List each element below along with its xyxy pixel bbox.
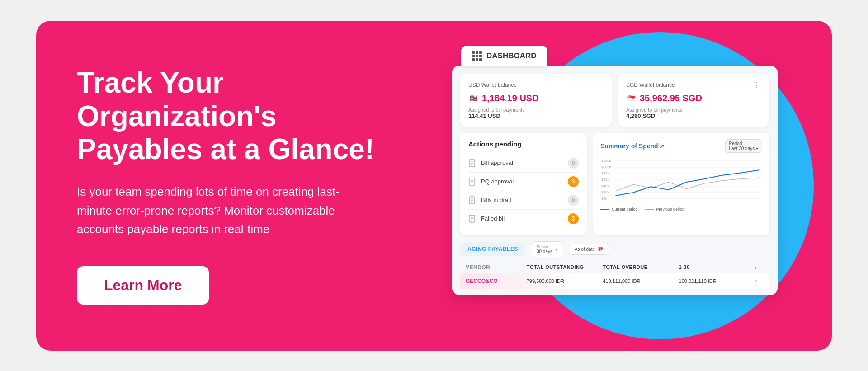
period-filter-label: Period xyxy=(537,244,552,249)
sgd-flag: 🇸🇬 xyxy=(626,93,636,103)
svg-text:$60k: $60k xyxy=(601,178,609,181)
dashboard-container: DASHBOARD USD Wallet balance ⋮ 🇺🇸 1,184 xyxy=(452,46,787,295)
pq-approval-label: PQ approval xyxy=(481,178,563,185)
actions-title: Actions pending xyxy=(468,140,579,148)
main-heading: Track Your Organization's Payables at a … xyxy=(77,66,393,166)
usd-wallet-label: USD Wallet balance xyxy=(468,82,517,88)
period-dropdown-arrow: ▾ xyxy=(555,247,557,252)
legend-current: Current period xyxy=(600,207,638,211)
col-header-arrow: › xyxy=(755,264,764,271)
date-filter[interactable]: As of date 📅 xyxy=(569,244,609,255)
bills-draft-icon xyxy=(468,196,476,204)
bill-approval-icon xyxy=(468,159,476,167)
calendar-icon: 📅 xyxy=(598,247,603,252)
svg-text:$20k: $20k xyxy=(601,190,609,194)
sub-text: Is your team spending lots of time on cr… xyxy=(77,183,357,239)
aging-table-row[interactable]: GECCO&CO 799,500,000 IDR 410,111,000 IDR… xyxy=(460,273,769,289)
dashboard-tab[interactable]: DASHBOARD xyxy=(461,46,547,66)
col-header-outstanding: TOTAL OUTSTANDING xyxy=(527,264,603,271)
row-expand-arrow: › xyxy=(755,278,764,284)
bill-approval-label: Bill approval xyxy=(481,160,563,166)
aging-label: AGING PAYABLES xyxy=(460,242,525,256)
aging-section: AGING PAYABLES Period 30 days ▾ As of da… xyxy=(460,241,769,289)
sgd-wallet-amount: 🇸🇬 35,962.95 SGD xyxy=(626,93,761,103)
left-section: Track Your Organization's Payables at a … xyxy=(77,66,393,305)
usd-wallet-card: USD Wallet balance ⋮ 🇺🇸 1,184.19 USD Ass… xyxy=(460,74,612,127)
sgd-wallet-card: SGD Wallet balance ⋮ 🇸🇬 35,962.95 SGD As… xyxy=(618,74,769,127)
sgd-wallet-menu[interactable]: ⋮ xyxy=(753,81,761,89)
col-1-30-value: 100,021,110 IDR xyxy=(679,278,755,284)
bills-draft-badge: 0 xyxy=(568,195,579,206)
chart-legend: Current period Previous period xyxy=(600,207,762,211)
sgd-assigned-label: Assigned to bill payments xyxy=(626,107,761,113)
total-overdue: 410,111,000 IDR xyxy=(603,278,679,284)
usd-assigned-label: Assigned to bill payments xyxy=(468,107,604,113)
actions-pending-card: Actions pending Bill approval 0 xyxy=(460,133,587,235)
col-header-1-30: 1-30 xyxy=(679,264,755,271)
svg-text:$100k: $100k xyxy=(601,165,611,169)
col-header-overdue: TOTAL OVERDUE xyxy=(603,264,679,271)
svg-text:$0k: $0k xyxy=(601,197,607,200)
failed-bill-badge: 3 xyxy=(568,213,579,224)
action-item-failed-bill: Failed bill 3 xyxy=(468,210,579,228)
usd-wallet-menu[interactable]: ⋮ xyxy=(595,81,604,89)
dashboard-grid-icon xyxy=(472,51,482,61)
vendor-name: GECCO&CO xyxy=(466,278,527,284)
spend-chart: $120k $100k $80k $60k $40k $20k $0k xyxy=(600,157,762,202)
svg-text:$80k: $80k xyxy=(601,171,609,175)
usd-assigned-amount: 114.41 USD xyxy=(468,113,604,119)
legend-current-line xyxy=(600,209,609,210)
usd-wallet-amount: 🇺🇸 1,184.19 USD xyxy=(468,93,604,103)
legend-previous: Previous period xyxy=(645,207,685,211)
sgd-assigned-amount: 4,280 SGD xyxy=(626,113,761,119)
spend-card: Summary of Spend ↗ PeriodLast 30 days ▾ … xyxy=(593,133,769,235)
total-outstanding: 799,500,000 IDR xyxy=(527,278,603,284)
usd-flag: 🇺🇸 xyxy=(468,93,478,103)
pq-approval-badge: 3 xyxy=(568,176,579,187)
legend-previous-line xyxy=(645,209,654,210)
svg-text:$120k: $120k xyxy=(601,159,611,162)
spend-header: Summary of Spend ↗ PeriodLast 30 days ▾ xyxy=(600,139,762,153)
usd-wallet-header: USD Wallet balance ⋮ xyxy=(468,81,604,89)
action-item-pq-approval: PQ approval 3 xyxy=(468,173,579,191)
aging-table-header: VENDOR TOTAL OUTSTANDING TOTAL OVERDUE 1… xyxy=(460,262,769,273)
bill-approval-badge: 0 xyxy=(568,158,579,169)
action-item-bill-approval: Bill approval 0 xyxy=(468,154,579,173)
wallet-row: USD Wallet balance ⋮ 🇺🇸 1,184.19 USD Ass… xyxy=(460,74,769,127)
bills-draft-label: Bills in draft xyxy=(481,197,563,203)
bottom-row: Actions pending Bill approval 0 xyxy=(460,133,769,235)
dashboard-main: USD Wallet balance ⋮ 🇺🇸 1,184.19 USD Ass… xyxy=(452,66,778,295)
action-item-bills-draft: Bills in draft 0 xyxy=(468,191,579,210)
dashboard-tab-label: DASHBOARD xyxy=(486,52,537,61)
failed-bill-label: Failed bill xyxy=(481,215,563,222)
spend-title: Summary of Spend ↗ xyxy=(600,142,664,150)
col-header-vendor: VENDOR xyxy=(466,264,527,271)
right-section: DASHBOARD USD Wallet balance ⋮ 🇺🇸 1,184 xyxy=(452,37,796,335)
svg-text:$40k: $40k xyxy=(601,184,609,188)
pq-approval-icon xyxy=(468,178,476,186)
sgd-wallet-header: SGD Wallet balance ⋮ xyxy=(626,81,761,89)
period-selector[interactable]: PeriodLast 30 days ▾ xyxy=(725,139,763,153)
learn-more-button[interactable]: Learn More xyxy=(77,266,209,305)
period-filter[interactable]: Period 30 days ▾ xyxy=(531,241,563,257)
aging-header: AGING PAYABLES Period 30 days ▾ As of da… xyxy=(460,241,769,257)
sgd-wallet-label: SGD Wallet balance xyxy=(626,82,675,88)
failed-bill-icon xyxy=(468,215,476,223)
main-card: Track Your Organization's Payables at a … xyxy=(36,21,832,351)
external-link-icon[interactable]: ↗ xyxy=(660,143,664,150)
